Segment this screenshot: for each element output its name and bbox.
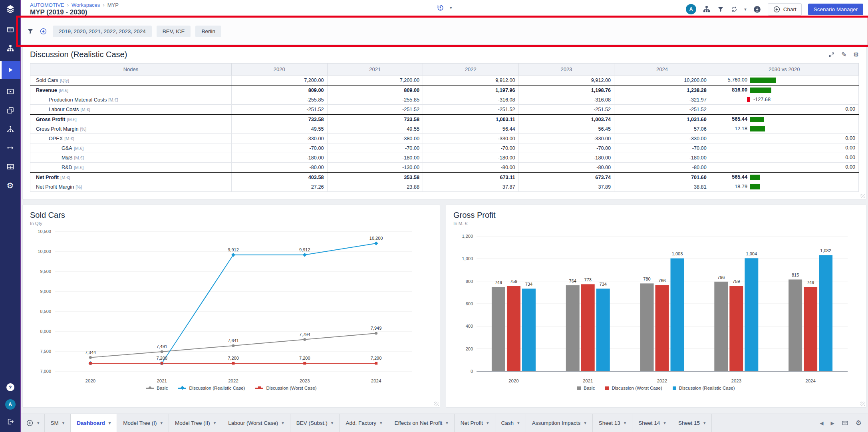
layers-logo-icon[interactable] — [5, 4, 16, 15]
table-row: G&A[M.€]-70.00-70.00-70.00-70.00-70.000.… — [30, 143, 859, 153]
mail-icon[interactable] — [842, 420, 848, 426]
next-icon[interactable]: ▶ — [831, 420, 834, 426]
sidebar-item-play[interactable] — [0, 61, 20, 79]
download-icon[interactable] — [753, 5, 761, 14]
transfer-arrow-icon — [6, 144, 14, 152]
legend-item[interactable]: Basic — [146, 386, 168, 390]
sidebar-item-gear[interactable]: ⚙ — [0, 179, 20, 191]
sidebar-bottom: ?A — [5, 383, 16, 426]
caret-down-icon: ▾ — [62, 420, 65, 426]
add-filter-icon[interactable] — [40, 28, 47, 35]
row-label-text: M&S — [62, 155, 73, 161]
expand-icon[interactable] — [828, 52, 835, 58]
row-label: Net Profit Margin[%] — [30, 182, 232, 192]
column-header: Nodes — [30, 64, 232, 76]
row-label: Gross Proft Margin[%] — [30, 124, 232, 134]
refresh-icon[interactable] — [731, 6, 738, 13]
gear-icon[interactable]: ⚙ — [856, 419, 862, 427]
resize-handle[interactable] — [860, 194, 865, 198]
tab-sm[interactable]: SM▾ — [45, 414, 71, 432]
column-header: 2030 vs 2020 — [710, 64, 858, 76]
filter-icon[interactable] — [717, 6, 724, 13]
filter-chip[interactable]: 2019, 2020, 2021, 2022, 2023, 2024 — [53, 26, 152, 37]
tab-sheet-13[interactable]: Sheet 13▾ — [593, 414, 633, 432]
tab-sheet-15[interactable]: Sheet 15▾ — [672, 414, 712, 432]
cell-value: -180.00 — [614, 153, 710, 163]
help-icon[interactable]: ? — [6, 383, 14, 391]
tab-cash[interactable]: Cash▾ — [495, 414, 526, 432]
cell-value: -316.08 — [423, 95, 519, 105]
row-label-text: Revenue — [36, 88, 57, 93]
legend-item[interactable]: Discussion (Worst Case) — [605, 386, 662, 390]
breadcrumb-separator: › — [103, 2, 104, 8]
delta-cell: 565.44 — [710, 172, 858, 182]
svg-text:7,200: 7,200 — [299, 356, 310, 360]
breadcrumb: AUTOMOTIVE›Workspaces›MYP — [30, 2, 119, 8]
caret-down-icon[interactable]: ▾ — [744, 7, 747, 12]
sheet-tab-bar: ▾SM▾Dashboard▾Model Tree (I)▾Model Tree … — [21, 414, 868, 432]
svg-text:7,949: 7,949 — [371, 326, 382, 330]
delta-bar-positive — [750, 126, 765, 131]
breadcrumb-item[interactable]: Workspaces — [72, 2, 100, 8]
history-icon[interactable] — [437, 4, 444, 12]
tab-dashboard[interactable]: Dashboard▾ — [71, 414, 117, 432]
tab-model-tree-i[interactable]: Model Tree (I)▾ — [117, 414, 169, 432]
legend-item[interactable]: Discussion (Realistic Case) — [178, 386, 245, 390]
legend-label: Basic — [584, 386, 595, 390]
avatar[interactable]: A — [5, 399, 16, 410]
archive-icon — [6, 26, 14, 34]
add-sheet-tab[interactable]: ▾ — [21, 414, 45, 432]
cell-value: -330.00 — [423, 134, 519, 143]
avatar[interactable]: A — [686, 4, 696, 14]
filter-chip[interactable]: Berlin — [195, 26, 221, 37]
tab-assumption-impacts[interactable]: Assumption Impacts▾ — [526, 414, 593, 432]
org-chart-icon[interactable] — [703, 5, 711, 13]
financial-table: Nodes202020212022202320242030 vs 2020Sol… — [30, 63, 859, 192]
legend-marker-shape — [181, 386, 185, 390]
svg-text:400: 400 — [466, 324, 473, 328]
tab-model-tree-ii[interactable]: Model Tree (II)▾ — [169, 414, 222, 432]
tab-net-profit[interactable]: Net Profit▾ — [455, 414, 495, 432]
resize-handle[interactable] — [860, 402, 865, 406]
delta-cell: 12.18 — [710, 124, 858, 134]
breadcrumb-item: MYP — [107, 2, 119, 8]
history-controls: ▾ — [437, 4, 452, 12]
sidebar-item-pages[interactable] — [0, 104, 20, 116]
tab-add-factory[interactable]: Add. Factory▾ — [340, 414, 388, 432]
tab-effects-on-net-profit[interactable]: Effects on Net Profit▾ — [388, 414, 454, 432]
sidebar-item-table[interactable] — [0, 161, 20, 173]
caret-down-icon: ▾ — [584, 420, 586, 426]
svg-text:1,004: 1,004 — [746, 251, 757, 256]
row-label: G&A[M.€] — [30, 143, 232, 153]
chart-button[interactable]: Chart — [768, 3, 802, 16]
row-label-text: Labour Costs — [49, 107, 79, 112]
filter-icon[interactable] — [27, 28, 34, 35]
legend-item[interactable]: Discussion (Worst Case) — [255, 386, 316, 390]
sidebar-item-video-play[interactable] — [0, 86, 20, 98]
prev-icon[interactable]: ◀ — [820, 420, 823, 426]
caret-down-icon[interactable]: ▾ — [450, 5, 452, 10]
cell-value: -180.00 — [423, 153, 519, 163]
filter-chip[interactable]: BEV, ICE — [157, 26, 191, 37]
tab-sheet-14[interactable]: Sheet 14▾ — [632, 414, 672, 432]
resize-handle[interactable] — [434, 402, 439, 406]
logout-icon[interactable] — [6, 418, 14, 426]
column-header: 2022 — [423, 64, 519, 76]
legend-label: Basic — [157, 386, 168, 390]
row-unit: [M.€] — [108, 98, 118, 102]
delta-value: 565.44 — [710, 116, 747, 122]
sidebar-item-org-chart[interactable] — [0, 42, 20, 54]
tab-labour-worst-case[interactable]: Labour (Worst Case)▾ — [222, 414, 290, 432]
legend-item[interactable]: Basic — [577, 386, 595, 390]
scenario-manager-button[interactable]: Scenario Manager — [808, 4, 863, 15]
org-chart-icon — [6, 44, 14, 52]
gear-icon[interactable]: ⚙ — [853, 52, 859, 58]
sidebar-item-transfer-arrow[interactable] — [0, 142, 20, 154]
breadcrumb-item[interactable]: AUTOMOTIVE — [30, 2, 64, 8]
table-row: OPEX[M.€]-330.00-380.00-330.00-330.00-33… — [30, 134, 859, 143]
legend-item[interactable]: Discussion (Realistic Case) — [673, 386, 735, 390]
sidebar-item-archive[interactable] — [0, 24, 20, 36]
sidebar-item-tree-dots[interactable] — [0, 123, 20, 135]
pencil-icon[interactable]: ✎ — [841, 52, 846, 58]
tab-bev-subst[interactable]: BEV (Subst.)▾ — [290, 414, 340, 432]
